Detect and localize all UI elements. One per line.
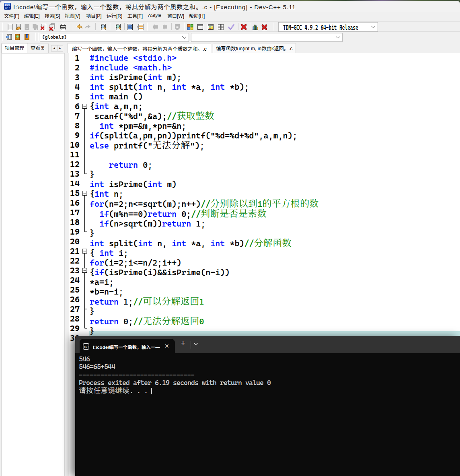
svg-text:C++: C++ [5,6,10,9]
svg-text:DEV: DEV [5,4,10,6]
svg-text:c:\: c:\ [84,345,89,348]
